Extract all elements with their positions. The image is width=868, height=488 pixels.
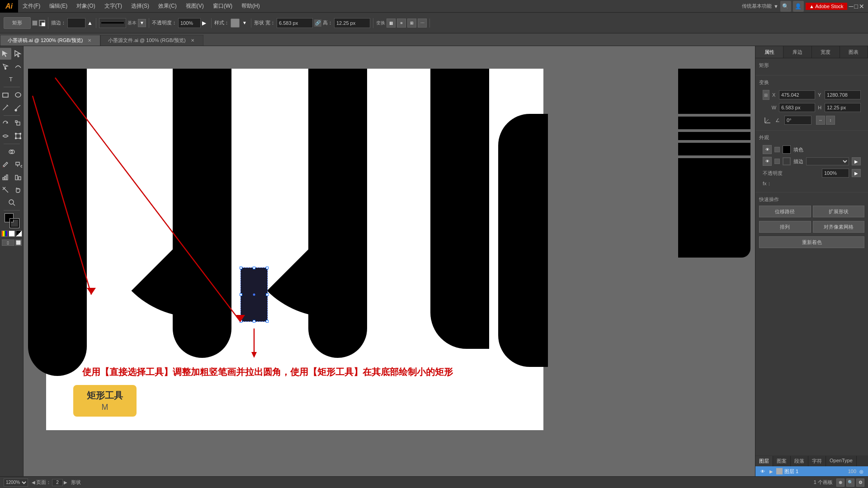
adobe-stock-btn[interactable]: ▲ Adobe Stock xyxy=(806,3,847,10)
shape-width-input[interactable] xyxy=(277,18,313,28)
scale-tool[interactable] xyxy=(12,117,24,129)
color-mode-btn[interactable] xyxy=(1,230,8,237)
align-pixel-btn[interactable]: 对齐像素网格 xyxy=(813,221,865,233)
zoom-select[interactable]: 1200% xyxy=(4,479,28,487)
w-input[interactable] xyxy=(779,103,815,112)
style-swatch[interactable] xyxy=(231,19,240,28)
menu-effect[interactable]: 效果(C) xyxy=(154,0,181,12)
stroke-options-btn[interactable]: ▼ xyxy=(138,19,146,27)
layers-tab-layers[interactable]: 图层 xyxy=(755,456,773,466)
fill-color-btn[interactable] xyxy=(783,145,791,154)
screen-mode-btn[interactable]: ⬜ xyxy=(15,239,22,246)
brush-tool[interactable] xyxy=(12,102,24,113)
tab-0[interactable]: 小墨讲稿.ai @ 1200% (RGB/预览) ✕ xyxy=(0,35,100,46)
fill-swatch[interactable] xyxy=(32,20,38,26)
stroke-style-dropdown[interactable] xyxy=(806,157,849,165)
layer-target-btn[interactable]: ◎ xyxy=(858,468,864,474)
opacity-value-input[interactable] xyxy=(822,169,849,178)
paint-bucket-tool[interactable] xyxy=(12,159,24,170)
stroke-style-select[interactable] xyxy=(99,18,126,28)
free-transform-tool[interactable] xyxy=(12,130,24,142)
draw-mode-btn[interactable]: ▯ xyxy=(2,239,14,246)
handle-mr[interactable] xyxy=(266,293,269,296)
panel-tab-chart[interactable]: 图表 xyxy=(840,46,868,58)
rotate-tool[interactable] xyxy=(0,117,11,129)
stroke-swatch[interactable] xyxy=(39,20,45,26)
page-next-btn[interactable]: ▶ xyxy=(64,480,67,485)
minimize-btn[interactable]: ─ xyxy=(849,3,854,10)
user-btn[interactable]: 👤 xyxy=(793,1,804,12)
panel-tab-library[interactable]: 库边 xyxy=(783,46,811,58)
pencil-tool[interactable] xyxy=(0,102,11,113)
gradient-btn[interactable] xyxy=(16,230,22,237)
layer-visibility-toggle[interactable]: 👁 xyxy=(759,468,766,475)
none-btn[interactable] xyxy=(9,230,15,237)
handle-tr[interactable] xyxy=(266,267,269,269)
pathfinder-btn[interactable]: ⊞ xyxy=(407,19,416,28)
handle-bl[interactable] xyxy=(240,320,242,323)
h-input[interactable] xyxy=(825,103,861,112)
status-btn-2[interactable]: 🔍 xyxy=(846,479,854,487)
arrange-btn[interactable]: 排列 xyxy=(759,221,811,233)
handle-tl[interactable] xyxy=(240,267,242,269)
stroke-color-swatch[interactable] xyxy=(10,219,19,228)
tab-1-close[interactable]: ✕ xyxy=(189,38,196,44)
more-btn[interactable]: ⋯ xyxy=(418,19,427,28)
stroke-options-right[interactable]: ▶ xyxy=(852,157,861,165)
menu-help[interactable]: 帮助(H) xyxy=(237,0,264,12)
handle-ml[interactable] xyxy=(240,293,242,296)
eyedropper-tool[interactable] xyxy=(0,159,11,170)
shape-height-input[interactable] xyxy=(334,18,370,28)
selection-tool[interactable] xyxy=(0,48,11,60)
stroke-up-btn[interactable]: ▲ xyxy=(87,20,93,26)
rectangle-tool[interactable] xyxy=(0,89,11,101)
align-btn[interactable]: ≡ xyxy=(397,19,406,28)
recolor-btn[interactable]: 重新着色 xyxy=(759,236,864,248)
menu-select[interactable]: 选择(S) xyxy=(127,0,154,12)
tab-0-close[interactable]: ✕ xyxy=(86,38,93,44)
x-input[interactable] xyxy=(779,90,815,99)
warp-tool[interactable] xyxy=(0,130,11,142)
menu-file[interactable]: 文件(F) xyxy=(18,0,45,12)
menu-edit[interactable]: 编辑(E) xyxy=(45,0,72,12)
handle-br[interactable] xyxy=(266,320,269,323)
flip-h-btn[interactable]: ↔ xyxy=(816,116,825,125)
status-btn-1[interactable]: ⊕ xyxy=(836,479,844,487)
handle-bm[interactable] xyxy=(253,320,255,323)
offset-path-btn[interactable]: 位移路径 xyxy=(759,206,811,217)
chart-tool[interactable] xyxy=(0,171,11,183)
hand-tool[interactable] xyxy=(12,184,24,196)
status-btn-3[interactable]: ⚙ xyxy=(856,479,864,487)
stroke-visibility-btn[interactable]: 👁 xyxy=(763,157,772,166)
search-btn[interactable]: 🔍 xyxy=(780,1,791,12)
layers-tab-pattern[interactable]: 图案 xyxy=(773,456,791,466)
layers-tab-opentype[interactable]: OpenType xyxy=(826,456,857,466)
slice-tool[interactable] xyxy=(0,184,11,196)
layers-tab-character[interactable]: 字符 xyxy=(808,456,826,466)
pen-tool[interactable] xyxy=(0,61,11,72)
close-btn[interactable]: ✕ xyxy=(859,3,864,10)
menu-object[interactable]: 对象(O) xyxy=(72,0,99,12)
layers-tab-paragraph[interactable]: 段落 xyxy=(791,456,808,466)
fill-visibility-btn[interactable]: 👁 xyxy=(763,145,772,154)
opacity-btn[interactable]: ▶ xyxy=(202,20,208,26)
y-input[interactable] xyxy=(825,90,861,99)
page-input[interactable] xyxy=(52,479,63,486)
shape-builder-tool[interactable] xyxy=(6,146,18,158)
opacity-more-btn[interactable]: ▶ xyxy=(852,169,861,177)
column-graph-tool[interactable] xyxy=(12,171,24,183)
zoom-tool[interactable] xyxy=(6,197,18,208)
expand-shape-btn[interactable]: 扩展形状 xyxy=(813,206,865,217)
layer-expand-btn[interactable]: ▶ xyxy=(768,468,774,474)
panel-tab-properties[interactable]: 属性 xyxy=(755,46,783,58)
opacity-input[interactable] xyxy=(178,18,201,28)
transform-btn[interactable]: ▦ xyxy=(387,19,396,28)
stroke-input[interactable] xyxy=(67,18,85,28)
width-lock-btn[interactable]: 🔗 xyxy=(314,19,321,27)
direct-selection-tool[interactable] xyxy=(12,48,24,60)
dropdown-arrow[interactable]: ▼ xyxy=(774,4,778,9)
maximize-btn[interactable]: □ xyxy=(854,3,858,10)
type-tool[interactable]: T xyxy=(6,73,18,85)
menu-window[interactable]: 窗口(W) xyxy=(208,0,237,12)
angle-input[interactable] xyxy=(784,116,811,125)
